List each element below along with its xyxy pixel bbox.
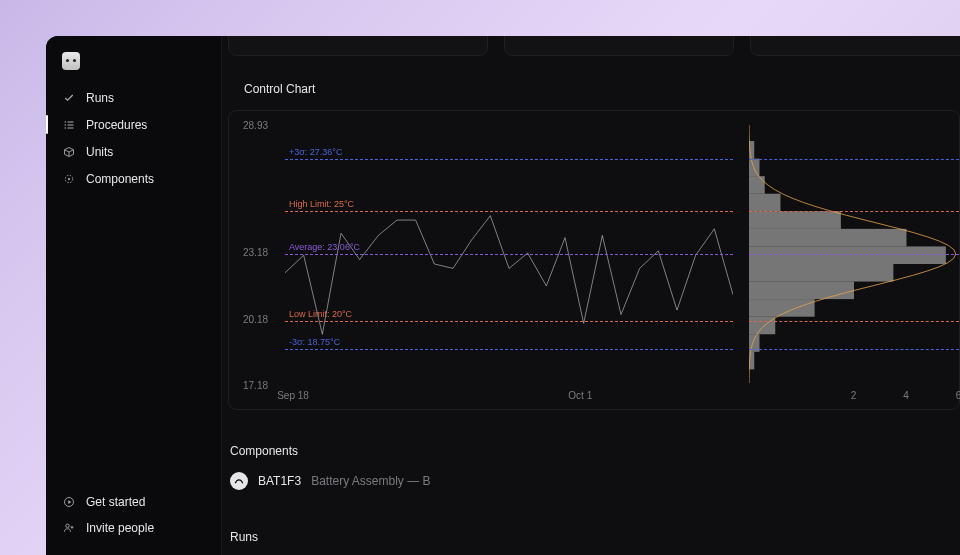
person-plus-icon xyxy=(62,521,76,535)
sidebar: Runs Procedures Units xyxy=(46,36,222,555)
robot-icon xyxy=(62,52,80,70)
x-axis-tick: Oct 1 xyxy=(568,390,592,401)
sidebar-footer-get-started[interactable]: Get started xyxy=(46,489,221,515)
svg-point-4 xyxy=(65,127,67,129)
section-title: Runs xyxy=(222,530,960,552)
y-axis-tick: 17.18 xyxy=(243,380,268,391)
histogram-x-tick: 6 xyxy=(956,390,960,401)
sidebar-item-runs[interactable]: Runs xyxy=(46,84,221,111)
limit-line xyxy=(749,321,959,322)
summary-card xyxy=(228,36,488,56)
y-axis-tick: 28.93 xyxy=(243,120,268,131)
svg-point-2 xyxy=(65,124,67,126)
section-title: Control Chart xyxy=(222,82,960,104)
footer-item-label: Invite people xyxy=(86,521,154,535)
limit-line xyxy=(285,159,733,160)
section-title: Components xyxy=(222,444,960,466)
line-chart-area: +3σ: 27.36°CHigh Limit: 25°CAverage: 23.… xyxy=(285,125,733,383)
histogram-x-tick: 4 xyxy=(903,390,909,401)
histogram-bar xyxy=(749,159,760,177)
cube-icon xyxy=(62,145,76,159)
histogram-bar xyxy=(749,282,854,300)
component-name: Battery Assembly — B xyxy=(311,474,430,488)
svg-rect-5 xyxy=(68,127,74,128)
histogram-bar xyxy=(749,194,781,212)
limit-label: Low Limit: 20°C xyxy=(289,309,352,319)
histogram-x-tick: 2 xyxy=(851,390,857,401)
limit-label: -3σ: 18.75°C xyxy=(289,337,340,347)
limit-line xyxy=(285,321,733,322)
sidebar-item-label: Procedures xyxy=(86,118,147,132)
summary-card xyxy=(504,36,734,56)
limit-line xyxy=(285,349,733,350)
sidebar-item-procedures[interactable]: Procedures xyxy=(46,111,221,138)
histogram-bar xyxy=(749,176,765,194)
svg-rect-1 xyxy=(68,121,74,122)
sidebar-item-label: Components xyxy=(86,172,154,186)
control-chart: 28.9323.1820.1817.18 +3σ: 27.36°CHigh Li… xyxy=(228,110,960,410)
histogram-bar xyxy=(749,317,775,335)
footer-item-label: Get started xyxy=(86,495,145,509)
histogram-bar xyxy=(749,211,841,229)
summary-card xyxy=(750,36,960,56)
sidebar-item-label: Runs xyxy=(86,91,114,105)
components-section: Components BAT1F3 Battery Assembly — B xyxy=(222,444,960,490)
limit-line xyxy=(285,254,733,255)
app-logo xyxy=(46,50,221,84)
svg-point-9 xyxy=(66,524,69,527)
main-content: Control Chart 28.9323.1820.1817.18 +3σ: … xyxy=(222,36,960,555)
sidebar-item-units[interactable]: Units xyxy=(46,138,221,165)
component-id: BAT1F3 xyxy=(258,474,301,488)
svg-rect-3 xyxy=(68,124,74,125)
app-window: Runs Procedures Units xyxy=(46,36,960,555)
list-icon xyxy=(62,118,76,132)
y-axis-tick: 20.18 xyxy=(243,313,268,324)
runs-section: Runs xyxy=(222,530,960,552)
svg-point-7 xyxy=(68,177,70,179)
play-icon xyxy=(62,495,76,509)
limit-label: High Limit: 25°C xyxy=(289,199,354,209)
limit-line xyxy=(749,211,959,212)
histogram-bar xyxy=(749,246,946,264)
nav-list: Runs Procedures Units xyxy=(46,84,221,192)
limit-line xyxy=(749,349,959,350)
summary-cards-row xyxy=(228,36,960,56)
control-chart-section: Control Chart 28.9323.1820.1817.18 +3σ: … xyxy=(222,82,960,410)
limit-line xyxy=(285,211,733,212)
component-icon xyxy=(230,472,248,490)
sidebar-footer-invite[interactable]: Invite people xyxy=(46,515,221,541)
limit-label: Average: 23.06°C xyxy=(289,242,360,252)
sidebar-item-components[interactable]: Components xyxy=(46,165,221,192)
svg-point-0 xyxy=(65,121,67,123)
limit-label: +3σ: 27.36°C xyxy=(289,147,342,157)
target-icon xyxy=(62,172,76,186)
limit-line xyxy=(749,254,959,255)
temperature-series xyxy=(285,216,733,335)
y-axis-tick: 23.18 xyxy=(243,247,268,258)
limit-line xyxy=(749,159,959,160)
histogram-bar xyxy=(749,264,893,282)
sidebar-item-label: Units xyxy=(86,145,113,159)
check-icon xyxy=(62,91,76,105)
x-axis-tick: Sep 18 xyxy=(277,390,309,401)
histogram-area xyxy=(749,125,959,383)
component-row[interactable]: BAT1F3 Battery Assembly — B xyxy=(222,466,960,490)
histogram-bar xyxy=(749,229,907,247)
